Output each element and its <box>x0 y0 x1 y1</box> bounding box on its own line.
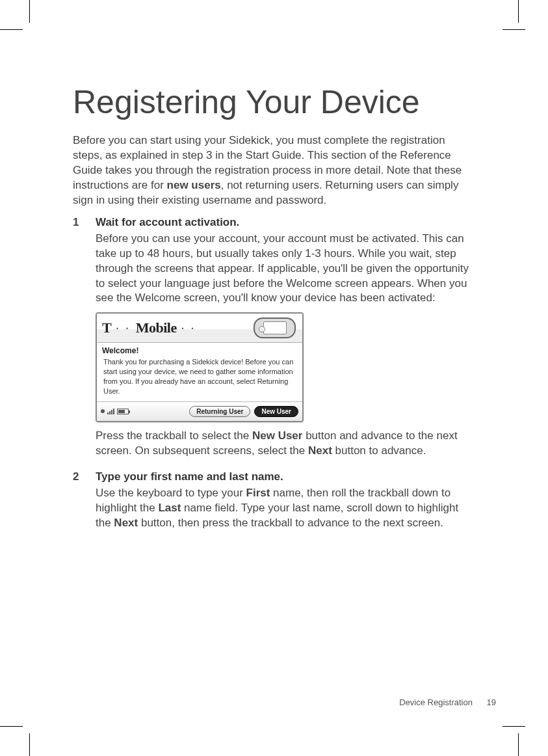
t: Use the keyboard to type your <box>96 487 246 499</box>
crop-mark <box>0 726 23 727</box>
content-area: Registering Your Device Before you can s… <box>73 85 476 542</box>
crop-mark <box>502 29 525 30</box>
bold-first: First <box>246 487 270 499</box>
tmobile-logo: T · · Mobile · · <box>102 319 196 336</box>
step-body: Wait for account activation. Before you … <box>96 216 476 465</box>
step-text: Use the keyboard to type your First name… <box>96 486 476 531</box>
bold-next: Next <box>114 517 138 529</box>
screenshot-header: T · · Mobile · · <box>97 314 302 343</box>
step-title: Wait for account activation. <box>96 216 476 229</box>
t: Press the trackball to select the <box>96 429 252 442</box>
welcome-heading: Welcome! <box>97 343 302 357</box>
step-number: 1 <box>73 216 96 465</box>
intro-paragraph: Before you can start using your Sidekick… <box>73 133 476 208</box>
new-user-button: New User <box>254 406 298 417</box>
returning-user-button: Returning User <box>189 406 250 417</box>
crop-mark <box>502 726 525 727</box>
battery-icon <box>117 409 129 414</box>
t: button, then press the trackball to adva… <box>138 517 443 529</box>
crop-mark <box>29 0 30 23</box>
step-1: 1 Wait for account activation. Before yo… <box>73 216 476 465</box>
t: button to advance. <box>332 444 426 457</box>
status-icons <box>101 408 129 414</box>
crop-mark <box>0 29 23 30</box>
signal-icon <box>107 408 114 414</box>
bold-new-user: New User <box>252 429 302 442</box>
crop-mark <box>518 733 519 756</box>
crop-mark <box>29 733 30 756</box>
step-title: Type your first name and last name. <box>96 470 476 483</box>
sync-icon <box>101 409 105 413</box>
page-footer: Device Registration 19 <box>399 697 496 707</box>
step-text: Before you can use your account, your ac… <box>96 232 476 306</box>
bold-last: Last <box>158 502 181 514</box>
page-title: Registering Your Device <box>73 85 476 120</box>
welcome-body-text: Thank you for purchasing a Sidekick devi… <box>97 357 302 401</box>
steps-list: 1 Wait for account activation. Before yo… <box>73 216 476 537</box>
bold-next: Next <box>308 444 332 457</box>
step-number: 2 <box>73 470 96 537</box>
crop-mark <box>518 0 519 23</box>
step-body: Type your first name and last name. Use … <box>96 470 476 537</box>
device-icon <box>254 317 296 338</box>
manual-page: Registering Your Device Before you can s… <box>0 0 548 756</box>
footer-page-number: 19 <box>487 697 496 707</box>
screenshot-footer: Returning User New User <box>97 401 302 421</box>
step-text-after-image: Press the trackball to select the New Us… <box>96 429 476 459</box>
intro-bold: new users <box>167 179 221 191</box>
welcome-screenshot: T · · Mobile · · Welcome! Thank you for … <box>96 312 304 422</box>
step-2: 2 Type your first name and last name. Us… <box>73 470 476 537</box>
footer-section: Device Registration <box>399 697 473 707</box>
